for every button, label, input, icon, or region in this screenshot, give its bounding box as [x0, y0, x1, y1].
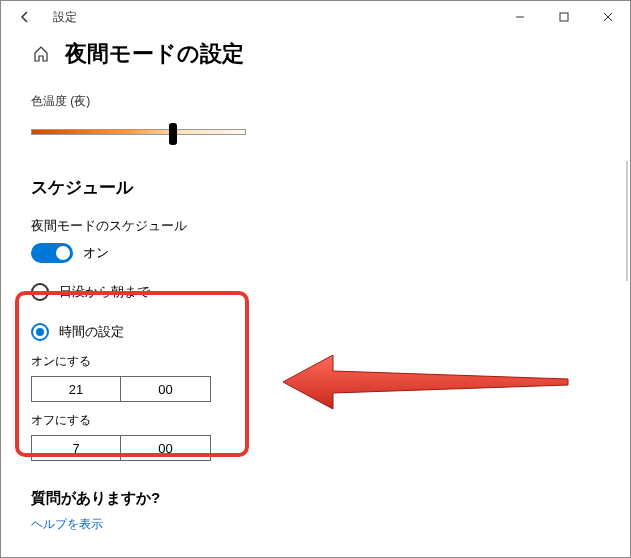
color-temp-slider[interactable] [31, 122, 246, 142]
page-title: 夜間モードの設定 [65, 39, 244, 69]
window-title: 設定 [41, 9, 77, 26]
schedule-heading: スケジュール [31, 176, 600, 199]
maximize-button[interactable] [542, 1, 586, 33]
turn-on-label: オンにする [31, 353, 600, 370]
turn-off-min-input[interactable]: 00 [121, 435, 211, 461]
radio-icon-selected [31, 323, 49, 341]
scrollbar[interactable] [626, 161, 628, 281]
radio-hours[interactable]: 時間の設定 [31, 323, 600, 341]
home-icon[interactable] [31, 44, 51, 64]
radio-sunset-label: 日没から朝まで [59, 283, 150, 301]
minimize-button[interactable] [498, 1, 542, 33]
turn-on-hour-input[interactable]: 21 [31, 376, 121, 402]
question-heading: 質問がありますか? [31, 489, 600, 508]
toggle-state-label: オン [83, 244, 109, 262]
svg-rect-1 [560, 13, 568, 21]
color-temp-label: 色温度 (夜) [31, 93, 600, 110]
radio-sunset[interactable]: 日没から朝まで [31, 283, 600, 301]
close-button[interactable] [586, 1, 630, 33]
help-link[interactable]: ヘルプを表示 [31, 516, 600, 533]
turn-off-hour-input[interactable]: 7 [31, 435, 121, 461]
back-button[interactable] [9, 1, 41, 33]
schedule-sub-label: 夜間モードのスケジュール [31, 217, 600, 235]
turn-on-min-input[interactable]: 00 [121, 376, 211, 402]
turn-off-label: オフにする [31, 412, 600, 429]
radio-icon [31, 283, 49, 301]
radio-hours-label: 時間の設定 [59, 323, 124, 341]
schedule-toggle[interactable] [31, 243, 73, 263]
slider-thumb[interactable] [169, 123, 177, 145]
